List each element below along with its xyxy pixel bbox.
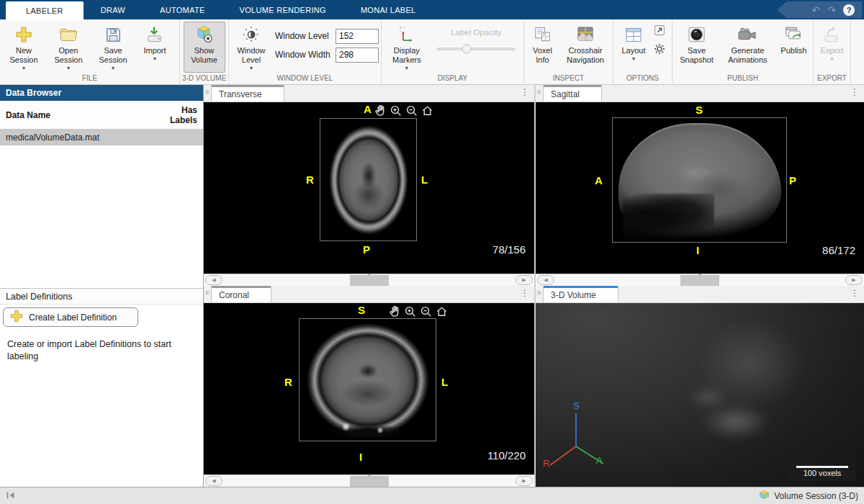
scrollbar-thumb[interactable] [350,476,389,487]
viewport-divider[interactable] [534,85,536,487]
quick-access-toolbar: ↶ ↷ ? [777,1,862,18]
layout-button[interactable]: Layout ▾ [616,22,652,73]
kebab-menu-icon[interactable]: ⋮ [850,289,859,297]
show-volume-button[interactable]: Show Volume [184,22,225,73]
import-label: Import [143,46,166,55]
kebab-menu-icon[interactable]: ⋮ [521,88,529,96]
home-icon[interactable] [421,104,433,117]
label-definitions-hint: Create or import Label Definitions to st… [7,338,196,363]
sagittal-slice-scrollbar[interactable]: ◀ ▶ [536,274,864,286]
transverse-slice-scrollbar[interactable]: ◀ ▶ [204,274,534,286]
export-button[interactable]: Export ▾ [816,22,848,73]
save-snapshot-button[interactable]: Save Snapshot [675,22,719,73]
create-label-definition-button[interactable]: Create Label Definition [3,307,138,327]
pan-hand-icon[interactable] [374,104,386,117]
tab-3d-volume[interactable]: 3-D Volume [543,286,618,302]
voxel-info-button[interactable]: Voxel Info [526,22,559,73]
label-definitions-header: Label Definitions [0,288,203,305]
coronal-canvas[interactable]: S R L I 110/220 [204,303,534,474]
camera-lens-icon [687,23,706,46]
orientation-label-left: L [441,376,448,388]
scroll-left-button[interactable]: ◀ [537,275,554,285]
display-markers-button[interactable]: Display Markers ▾ [384,22,430,73]
zoom-out-icon[interactable] [420,305,432,318]
tab-monai-label[interactable]: MONAI LABEL [343,0,433,19]
section-label-options: OPTIONS [613,73,672,84]
zoom-in-icon[interactable] [404,305,416,318]
save-snapshot-label: Save Snapshot [676,46,717,65]
undo-icon[interactable]: ↶ [812,5,821,15]
open-session-button[interactable]: Open Session ▾ [47,22,90,73]
tab-coronal[interactable]: Coronal [211,286,271,302]
coronal-image-frame [299,318,436,441]
scrollbar-thumb[interactable] [350,275,389,286]
zoom-in-icon[interactable] [390,104,402,117]
slice-counter: 110/220 [487,449,526,462]
transverse-image-frame [320,118,417,241]
drag-handle-icon[interactable]: ≡ [537,289,541,297]
generate-animations-button[interactable]: Generate Animations [720,22,775,73]
sagittal-canvas[interactable]: S A P I 86/172 [536,102,864,274]
redo-icon[interactable]: ↷ [827,5,836,15]
scroll-right-button[interactable]: ▶ [516,476,533,486]
data-row-medical-volume[interactable]: medicalVolumeData.mat [0,130,203,145]
coronal-slice-scrollbar[interactable]: ◀ ▶ [204,474,534,487]
transverse-canvas[interactable]: A R L P 78/156 [204,102,534,274]
dropdown-arrow-icon: ▾ [830,55,833,63]
kebab-menu-icon[interactable]: ⋮ [850,88,859,96]
video-camera-icon [737,23,758,46]
drag-handle-icon[interactable]: ≡ [205,289,210,297]
section-window-level: Window Level ▾ Window Level Window Width… [229,19,382,84]
layout-grid-icon [624,23,643,46]
crosshair-navigation-button[interactable]: Crosshair Navigation [560,22,611,73]
publish-button[interactable]: Publish [777,22,811,73]
export-icon [822,23,842,46]
help-icon[interactable]: ? [843,4,855,16]
app-tab-bar: LABELER DRAW AUTOMATE VOLUME RENDERING M… [0,0,864,19]
tab-coronal-label: Coronal [219,290,249,300]
pan-hand-icon[interactable] [388,305,400,318]
zoom-out-icon[interactable] [405,104,418,117]
tab-sagittal[interactable]: Sagittal [543,85,602,102]
tab-labeler[interactable]: LABELER [6,1,84,19]
drag-handle-icon[interactable]: ≡ [537,89,541,96]
tab-transverse[interactable]: Transverse [211,85,284,102]
tab-3d-volume-label: 3-D Volume [551,290,596,300]
export-label: Export [821,46,844,55]
orientation-label-posterior: P [789,174,796,186]
plus-icon [14,23,33,46]
section-label-export: EXPORT [814,73,850,84]
window-level-input[interactable] [336,29,379,44]
scroll-right-button[interactable]: ▶ [516,275,533,285]
scroll-left-button[interactable]: ◀ [205,275,222,285]
collapse-panel-icon[interactable] [6,490,16,503]
label-opacity-slider-thumb[interactable] [462,45,472,54]
dropdown-arrow-icon: ▾ [22,65,25,72]
dropdown-arrow-icon: ▾ [632,55,635,63]
drag-handle-icon[interactable]: ≡ [205,89,210,96]
label-opacity-slider[interactable] [436,48,516,50]
tab-automate[interactable]: AUTOMATE [143,0,222,19]
tab-volume-rendering[interactable]: VOLUME RENDERING [222,0,343,19]
window-level-button[interactable]: Window Level ▾ [231,22,271,73]
window-width-input[interactable] [336,48,379,63]
section-inspect: Voxel Info Crosshair Navigation INSPECT [524,19,613,84]
scroll-left-button[interactable]: ◀ [205,476,222,486]
import-button[interactable]: Import ▾ [136,22,174,73]
show-volume-label: Show Volume [185,46,224,65]
popout-icon[interactable] [654,24,665,39]
tab-draw[interactable]: DRAW [84,0,143,19]
home-icon[interactable] [436,305,448,318]
scrollbar-thumb[interactable] [680,275,719,286]
import-icon [145,23,165,46]
gear-icon[interactable] [654,43,665,58]
volume-render-canvas[interactable]: S R A 100 voxels [536,303,864,487]
scroll-right-button[interactable]: ▶ [845,275,863,285]
kebab-menu-icon[interactable]: ⋮ [521,289,529,297]
save-session-button[interactable]: Save Session ▾ [91,22,135,73]
data-browser-header: Data Browser [0,85,203,101]
layout-label: Layout [621,46,645,55]
dropdown-arrow-icon: ▾ [67,65,70,72]
new-session-button[interactable]: New Session ▾ [2,22,45,73]
slice-counter: 78/156 [492,243,526,256]
